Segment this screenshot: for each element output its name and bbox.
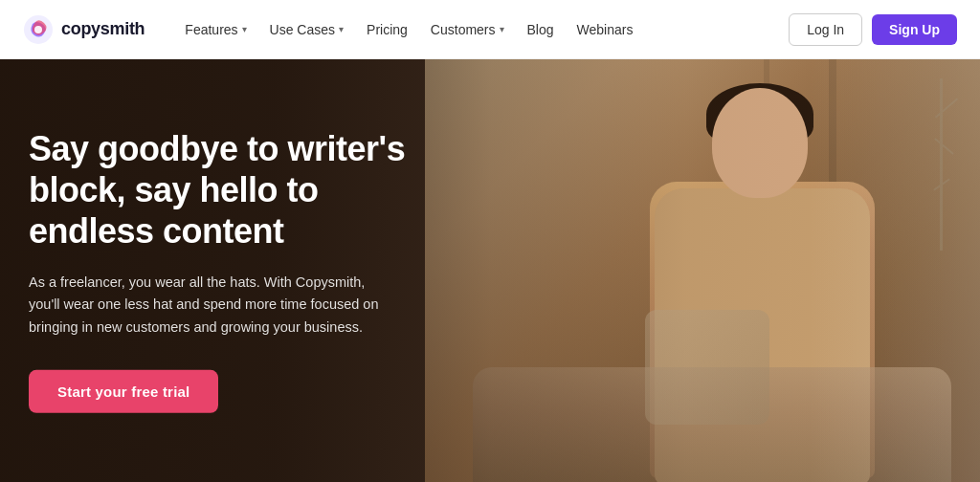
nav-blog-label: Blog xyxy=(527,22,554,37)
hero-title: Say goodbye to writer's block, say hello… xyxy=(29,128,440,252)
nav-webinars-label: Webinars xyxy=(577,22,634,37)
chevron-down-icon: ▾ xyxy=(242,24,247,34)
signup-button[interactable]: Sign Up xyxy=(872,14,957,45)
logo-link[interactable]: copysmith xyxy=(23,14,145,45)
hero-subtitle: As a freelancer, you wear all the hats. … xyxy=(29,271,392,340)
logo-icon xyxy=(23,14,54,45)
svg-point-1 xyxy=(34,26,42,33)
nav-pricing-label: Pricing xyxy=(367,22,408,37)
nav-actions: Log In Sign Up xyxy=(789,13,957,46)
nav-item-customers[interactable]: Customers ▾ xyxy=(421,16,514,43)
nav-customers-label: Customers xyxy=(431,22,496,37)
cta-button[interactable]: Start your free trial xyxy=(29,370,218,413)
nav-item-pricing[interactable]: Pricing xyxy=(357,16,417,43)
login-button[interactable]: Log In xyxy=(789,13,862,46)
chevron-down-icon: ▾ xyxy=(500,24,504,34)
nav-item-features[interactable]: Features ▾ xyxy=(175,16,256,43)
hero-section: Say goodbye to writer's block, say hello… xyxy=(0,59,980,482)
hero-content: Say goodbye to writer's block, say hello… xyxy=(29,128,440,413)
nav-item-usecases[interactable]: Use Cases ▾ xyxy=(260,16,353,43)
nav-features-label: Features xyxy=(185,22,237,37)
nav-links: Features ▾ Use Cases ▾ Pricing Customers… xyxy=(175,16,789,43)
nav-usecases-label: Use Cases xyxy=(270,22,335,37)
navbar: copysmith Features ▾ Use Cases ▾ Pricing… xyxy=(0,0,980,59)
logo-text: copysmith xyxy=(61,19,145,39)
nav-item-webinars[interactable]: Webinars xyxy=(568,16,643,43)
nav-item-blog[interactable]: Blog xyxy=(518,16,564,43)
chevron-down-icon: ▾ xyxy=(339,24,344,34)
